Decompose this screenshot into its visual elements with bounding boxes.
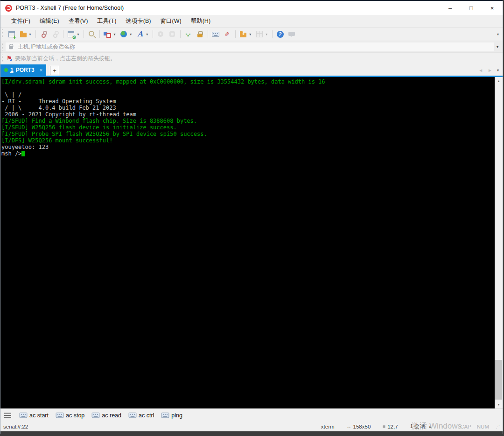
session-count-segment[interactable]: 1 会话 ▴ — [410, 423, 431, 430]
menu-item-view[interactable]: 查看(V) — [64, 16, 92, 27]
lock-icon — [8, 44, 14, 49]
quick-command-bar: ac startac stopac readac ctrlping — [0, 408, 503, 422]
quick-command-ping[interactable]: ping — [159, 411, 185, 420]
resize-grip-icon[interactable]: ⋰ — [496, 424, 500, 429]
open-folder-button[interactable]: ▼ — [18, 29, 33, 39]
address-bar-grip[interactable] — [2, 43, 3, 51]
toolbar-separator — [84, 30, 84, 38]
menu-item-window[interactable]: 窗口(W) — [156, 16, 186, 27]
reconnect-button — [50, 29, 61, 39]
lock-button[interactable] — [195, 29, 205, 39]
quick-command-label: ac start — [29, 412, 49, 419]
scrollbar-thumb[interactable] — [495, 360, 502, 400]
terminal-line: msh /> — [1, 150, 493, 157]
dropdown-caret-icon[interactable]: ▼ — [249, 33, 252, 36]
globe-icon — [120, 30, 128, 38]
tab-list-dropdown-icon[interactable]: ▾ — [497, 68, 499, 72]
toolbar-separator — [208, 30, 208, 38]
terminal-size-segment[interactable]: ↔ 158x50 — [347, 424, 371, 429]
scrollbar-track[interactable] — [495, 85, 503, 401]
keyboard-icon — [56, 413, 64, 418]
maximize-button[interactable]: □ — [461, 1, 482, 15]
terminal-line: [I/SFUD] Probe SPI flash W25Q256 by SPI … — [1, 131, 493, 137]
dropdown-caret-icon[interactable]: ▼ — [146, 33, 149, 36]
minimize-button[interactable]: – — [440, 1, 461, 15]
quick-command-ac-start[interactable]: ac start — [17, 411, 51, 420]
info-bar-grip[interactable] — [2, 55, 3, 63]
toolbar-separator — [99, 30, 100, 38]
cursor-position-segment[interactable]: ≡ 12,7 — [383, 424, 398, 429]
fullscreen-button[interactable]: ↔ — [183, 29, 194, 39]
help-button[interactable]: ? — [275, 29, 286, 39]
toolbar-overflow-icon[interactable]: ▾ — [497, 32, 501, 36]
app-logo-icon — [5, 5, 12, 12]
toolbar-separator — [153, 30, 153, 38]
menu-item-help[interactable]: 帮助(H) — [187, 16, 215, 27]
chat-icon — [288, 30, 296, 38]
terminal-line: [I/SFUD] Find a Winbond flash chip. Size… — [1, 118, 493, 124]
connection-uri: serial://:22 — [3, 424, 309, 429]
quick-command-ac-ctrl[interactable]: ac ctrl — [126, 411, 157, 420]
terminal-line: youyeetoo: 123 — [1, 144, 493, 150]
shell-button — [155, 29, 166, 39]
address-dropdown-icon[interactable]: ▾ — [494, 45, 501, 49]
tab-scroll-left-icon[interactable]: ◄ — [478, 68, 483, 73]
dropdown-caret-icon[interactable]: ▼ — [129, 33, 133, 36]
info-bar: 要添加当前会话，点击左侧的箭头按钮。 — [0, 53, 503, 64]
compose-button — [167, 29, 178, 39]
menu-item-file[interactable]: 文件(F) — [7, 16, 35, 27]
scroll-up-icon[interactable]: ▲ — [495, 77, 503, 85]
dropdown-caret-icon[interactable]: ▼ — [77, 33, 80, 36]
scroll-down-icon[interactable]: ▼ — [495, 401, 503, 408]
keyboard-icon — [92, 413, 100, 418]
dropdown-caret-icon[interactable]: ▼ — [265, 33, 268, 36]
close-button[interactable]: × — [482, 1, 503, 15]
menu-item-tools[interactable]: 工具(T) — [93, 16, 120, 27]
xshell-window: PORT3 - Xshell 7 (Free for Home/School) … — [0, 0, 503, 434]
toolbar-separator — [235, 30, 236, 38]
quick-command-ac-stop[interactable]: ac stop — [53, 411, 87, 420]
terminal-size: 158x50 — [353, 424, 371, 429]
info-bar-text: 要添加当前会话，点击左侧的箭头按钮。 — [15, 55, 116, 63]
quick-command-ac-read[interactable]: ac read — [89, 411, 124, 420]
terminal-line: [I/SFUD] W25Q256 flash device is initial… — [1, 124, 493, 131]
address-bar: ▾ — [0, 41, 503, 53]
dropdown-caret-icon[interactable]: ▼ — [113, 33, 116, 36]
find-button[interactable] — [86, 29, 97, 39]
quick-command-menu-icon[interactable] — [4, 413, 11, 418]
menu-item-tab[interactable]: 选项卡(B) — [121, 16, 155, 27]
chat-button[interactable] — [287, 29, 297, 39]
status-bar: serial://:22 xterm ↔ 158x50 ≡ 12,7 1 会话 … — [0, 422, 503, 431]
quick-command-label: ac ctrl — [139, 412, 154, 419]
terminal-line: [I/DFS] W25Q256 mount successful! — [1, 137, 493, 144]
pen-button[interactable]: ✎ — [222, 29, 233, 39]
new-folder-icon — [239, 30, 247, 38]
session-properties-icon — [67, 30, 75, 38]
tab-close-icon[interactable]: × — [40, 67, 42, 73]
tab-port3[interactable]: 1 PORT3 × — [0, 64, 46, 76]
tab-scroll-right-icon[interactable]: ► — [488, 68, 492, 73]
dropdown-caret-icon[interactable]: ▼ — [28, 33, 32, 36]
new-session-button[interactable] — [6, 29, 17, 39]
terminal-area[interactable]: [I/drv.sdram] sdram init success, mapped… — [0, 77, 503, 408]
host-input[interactable] — [17, 43, 491, 50]
terminal-scrollbar[interactable]: ▲ ▼ — [495, 77, 503, 408]
menu-item-edit[interactable]: 编辑(E) — [35, 16, 63, 27]
layout-button[interactable]: ▼ — [102, 29, 118, 39]
keyboard-button[interactable] — [210, 29, 221, 39]
toolbar-separator — [63, 30, 63, 38]
session-properties-button[interactable]: ▼ — [66, 29, 81, 39]
new-folder-button[interactable]: ▼ — [238, 29, 253, 39]
toolbar-separator — [180, 30, 181, 38]
terminal-type[interactable]: xterm — [321, 424, 335, 429]
globe-button[interactable]: ▼ — [119, 29, 134, 39]
reconnect-icon — [51, 30, 59, 38]
new-tab-button[interactable]: + — [50, 66, 59, 75]
window-title: PORT3 - Xshell 7 (Free for Home/School) — [16, 5, 440, 11]
disconnect-button[interactable] — [38, 29, 49, 39]
terminal-output: [I/drv.sdram] sdram init success, mapped… — [1, 78, 493, 157]
toolbar-grip[interactable] — [2, 29, 3, 39]
font-button[interactable]: A▼ — [135, 29, 150, 39]
toolbar-separator — [272, 30, 273, 38]
num-lock-indicator: NUM — [477, 424, 489, 429]
